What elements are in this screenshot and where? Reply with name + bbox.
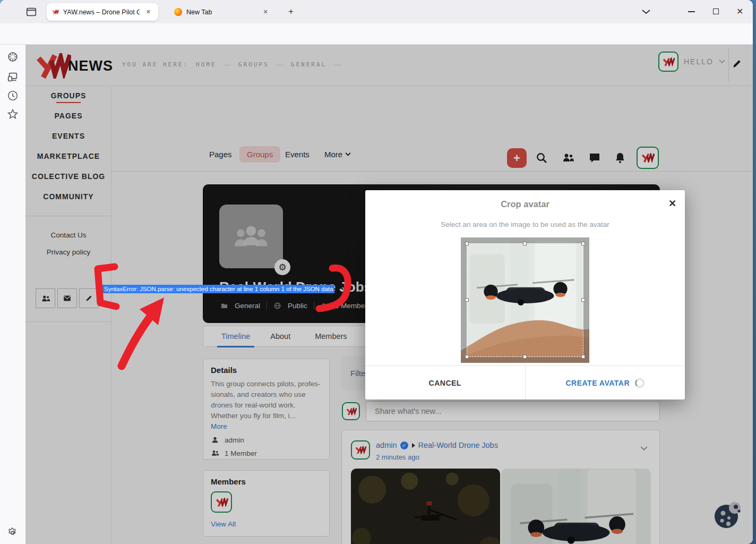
edit-pencil-icon[interactable] (732, 58, 742, 69)
post-menu-chevron-icon[interactable] (640, 446, 648, 451)
create-button[interactable]: + (507, 148, 527, 168)
tab-timeline[interactable]: Timeline (217, 326, 254, 347)
sidebar-item-groups[interactable]: GROUPS (25, 91, 111, 100)
user-avatar[interactable] (658, 52, 678, 72)
close-window-button[interactable]: ✕ (736, 6, 743, 16)
cookie-consent-icon[interactable] (712, 500, 742, 530)
maximize-button[interactable] (713, 8, 719, 14)
crop-handle[interactable] (581, 355, 585, 359)
yw-avatar-mark (641, 153, 655, 163)
cancel-button[interactable]: CANCEL (365, 366, 525, 400)
view-all-link[interactable]: View All (211, 520, 236, 528)
bookmarks-star-icon[interactable] (7, 108, 19, 120)
admin-person-icon (211, 436, 219, 444)
share-avatar (342, 402, 360, 420)
profile-avatar[interactable] (637, 147, 659, 169)
chevron-down-icon (345, 152, 351, 156)
new-tab-button[interactable]: + (288, 6, 294, 17)
loading-spinner (635, 378, 645, 388)
tab-close-icon[interactable]: ✕ (144, 7, 153, 16)
sidebar-item-events[interactable]: EVENTS (25, 132, 111, 140)
social-members-button[interactable] (36, 288, 55, 308)
people-icon (41, 294, 50, 303)
breadcrumb-item-groups[interactable]: GROUPS (238, 61, 269, 68)
yaw-logo-mark (33, 53, 72, 79)
settings-gear-icon[interactable] (7, 527, 19, 539)
crop-handle[interactable] (465, 355, 469, 359)
firefox-view-icon[interactable] (25, 6, 37, 18)
modal-close-icon[interactable]: ✕ (668, 198, 676, 209)
social-mail-button[interactable] (57, 288, 77, 308)
yaw-favicon (52, 8, 59, 15)
list-tabs-icon[interactable] (641, 8, 651, 15)
arrow-right-icon (411, 443, 415, 448)
active-nav-underline (56, 102, 81, 103)
post-author-avatar[interactable] (351, 440, 370, 460)
stat-divider (314, 301, 314, 310)
create-avatar-button[interactable]: CREATE AVATAR (525, 366, 685, 400)
sidebar-link-privacy[interactable]: Privacy policy (25, 248, 111, 256)
toast-close-icon[interactable]: ✕ (341, 285, 347, 293)
error-toast-text: SyntaxError: JSON.parse: unexpected char… (102, 285, 334, 293)
modal-subtitle: Select an area on the image to be used a… (365, 220, 685, 228)
crop-image-area[interactable] (461, 237, 589, 363)
nav-groups-active[interactable]: Groups (239, 146, 280, 163)
sidebar-link-contact[interactable]: Contact Us (25, 231, 111, 239)
details-card: Details This group connects pilots, prof… (203, 359, 330, 460)
group-member-count: 1 Member (335, 302, 367, 310)
nav-more[interactable]: More (324, 150, 351, 159)
breadcrumb-item-general[interactable]: GENERAL (291, 61, 327, 68)
crop-selection-marquee[interactable] (467, 243, 583, 357)
members-card: Members View All (203, 470, 330, 537)
tab-close-icon[interactable]: ✕ (261, 7, 270, 16)
share-input[interactable]: Share what's new... (366, 401, 660, 421)
post-author-link[interactable]: admin (376, 441, 397, 449)
site-logo[interactable]: NEWS (33, 53, 113, 79)
group-avatar-placeholder[interactable] (219, 205, 283, 268)
minimize-button[interactable] (688, 11, 695, 12)
crop-handle[interactable] (465, 298, 469, 302)
sidebar-item-pages[interactable]: PAGES (25, 112, 111, 120)
avatar-settings-gear-button[interactable]: ⚙ (274, 259, 290, 275)
tab-title: YAW.news – Drone Pilot Groups (63, 8, 140, 16)
nav-pages[interactable]: Pages (209, 150, 232, 159)
crop-handle[interactable] (581, 242, 585, 245)
member-avatar[interactable] (211, 491, 232, 513)
browser-tab-active[interactable]: YAW.news – Drone Pilot Groups ✕ (47, 3, 158, 21)
tab-members[interactable]: Members (311, 326, 351, 347)
post-image-hand-drone[interactable] (501, 469, 651, 544)
tab-title: New Tab (186, 8, 212, 16)
post-group-link[interactable]: Real-World Drone Jobs (418, 441, 498, 449)
history-clock-icon[interactable] (7, 90, 19, 101)
sidebar-item-marketplace[interactable]: MARKETPLACE (25, 152, 111, 160)
synced-tabs-icon[interactable] (7, 71, 19, 83)
crop-handle[interactable] (523, 355, 527, 359)
sidebar-divider (25, 321, 111, 322)
crop-handle[interactable] (465, 242, 469, 245)
sidebar-item-colective-blog[interactable]: COLECTIVE BLOG (25, 172, 111, 181)
sidebar-item-community[interactable]: COMMUNITY (25, 192, 111, 201)
breadcrumb-separator: —— (334, 61, 341, 68)
messages-icon[interactable] (588, 151, 601, 164)
crop-handle[interactable] (581, 298, 585, 302)
browser-tab-newtab[interactable]: New Tab ✕ (169, 3, 278, 21)
post-image-forest-drone[interactable] (351, 469, 500, 544)
nav-events[interactable]: Events (285, 150, 310, 159)
stat-divider (267, 301, 267, 310)
post-card: admin ✓ Real-World Drone Jobs 2 minutes … (341, 430, 660, 544)
details-description: This group connects pilots, profes- sion… (211, 379, 322, 421)
content-divider (111, 171, 753, 172)
search-icon[interactable] (535, 151, 548, 164)
details-more-link[interactable]: More (211, 422, 227, 430)
social-about-button[interactable] (79, 288, 99, 308)
details-admin: admin (225, 436, 244, 444)
tab-about[interactable]: About (266, 326, 295, 347)
notifications-bell-icon[interactable] (614, 151, 626, 164)
pencil-icon (85, 294, 93, 302)
ai-chatbot-icon[interactable] (7, 51, 19, 63)
crop-handle[interactable] (523, 242, 527, 245)
breadcrumb-item-home[interactable]: HOME (196, 61, 217, 68)
members-icon[interactable] (562, 151, 574, 164)
user-menu-label: HELLO (684, 57, 714, 66)
user-menu[interactable]: HELLO (658, 52, 725, 72)
